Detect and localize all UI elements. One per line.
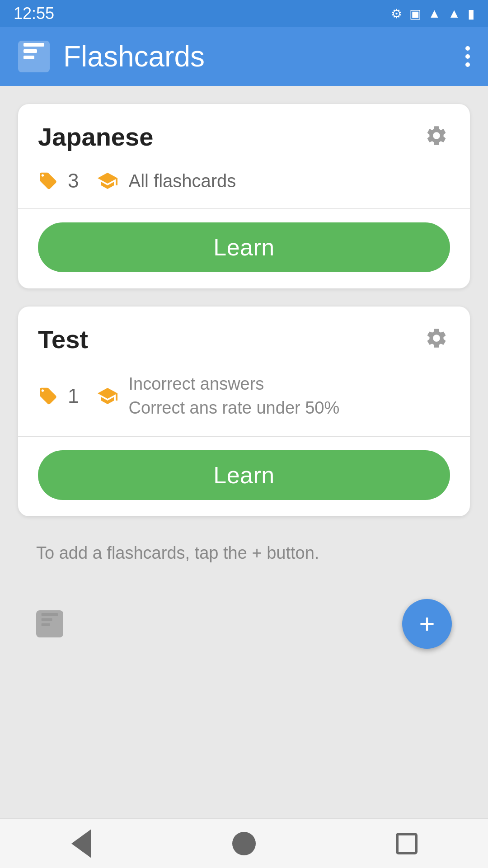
deck-japanese-settings-icon[interactable] [423,122,450,149]
add-flashcard-button[interactable]: + [402,599,452,649]
svg-rect-4 [42,618,52,621]
recent-icon [396,833,418,854]
deck-test-filter-line2: Correct ans rate under 50% [128,396,339,420]
app-bar-left: Flashcards [18,40,205,73]
app-logo [18,41,50,72]
add-icon: + [419,610,435,637]
deck-japanese-header: Japanese [18,104,470,165]
more-vertical-icon[interactable] [465,46,470,67]
deck-test-settings-icon[interactable] [423,325,450,352]
nav-back-button[interactable] [63,826,99,862]
deck-test-filter: Incorrect answers Correct ans rate under… [97,372,339,420]
deck-test-filter-multiline: Incorrect answers Correct ans rate under… [128,372,339,420]
deck-japanese-count: 3 [68,170,79,192]
deck-japanese-info: 3 All flashcards [18,165,470,208]
graduation-cap-icon-test [97,385,122,407]
settings-status-icon: ⚙ [391,6,402,21]
app-title: Flashcards [63,40,205,73]
bottom-logo-area: + [18,594,470,662]
deck-test-learn-button[interactable]: Learn [38,450,450,500]
nav-recent-button[interactable] [389,826,425,862]
nav-bar [0,818,488,868]
status-icons: ⚙ ▣ ▲ ▲ ▮ [391,6,474,21]
deck-test-title: Test [38,325,88,354]
deck-test-tag-count: 1 [38,385,79,407]
deck-japanese-filter: All flashcards [97,170,236,192]
deck-test-action: Learn [18,437,470,516]
graduation-cap-icon [97,170,122,192]
deck-japanese-filter-label: All flashcards [128,171,236,191]
svg-rect-2 [23,56,34,59]
deck-japanese-action: Learn [18,209,470,288]
deck-test: Test 1 Incorrect answers Correc [18,307,470,516]
deck-japanese-title: Japanese [38,122,153,151]
app-bar: Flashcards [0,27,488,86]
wifi-status-icon: ▲ [428,6,441,21]
svg-rect-3 [42,613,58,616]
status-time: 12:55 [14,4,54,23]
main-content: Japanese 3 All flashcar [0,86,488,818]
svg-rect-0 [23,43,44,47]
home-icon [232,832,256,855]
signal-status-icon: ▲ [448,6,460,21]
status-bar: 12:55 ⚙ ▣ ▲ ▲ ▮ [0,0,488,27]
sim-status-icon: ▣ [409,6,421,21]
nav-home-button[interactable] [226,826,262,862]
deck-test-header: Test [18,307,470,368]
tag-icon [38,171,61,191]
tag-icon-test [38,386,61,406]
svg-rect-1 [23,49,37,53]
deck-japanese-learn-button[interactable]: Learn [38,222,450,272]
deck-japanese-tag-count: 3 [38,170,79,192]
battery-status-icon: ▮ [468,6,474,21]
svg-rect-5 [42,623,50,626]
bottom-hint: To add a flashcards, tap the + button. [18,534,470,576]
deck-test-info: 1 Incorrect answers Correct ans rate und… [18,368,470,436]
deck-japanese: Japanese 3 All flashcar [18,104,470,288]
deck-test-filter-line1: Incorrect answers [128,372,339,396]
bottom-app-logo [36,610,63,637]
deck-test-count: 1 [68,385,79,407]
back-icon [71,829,91,858]
